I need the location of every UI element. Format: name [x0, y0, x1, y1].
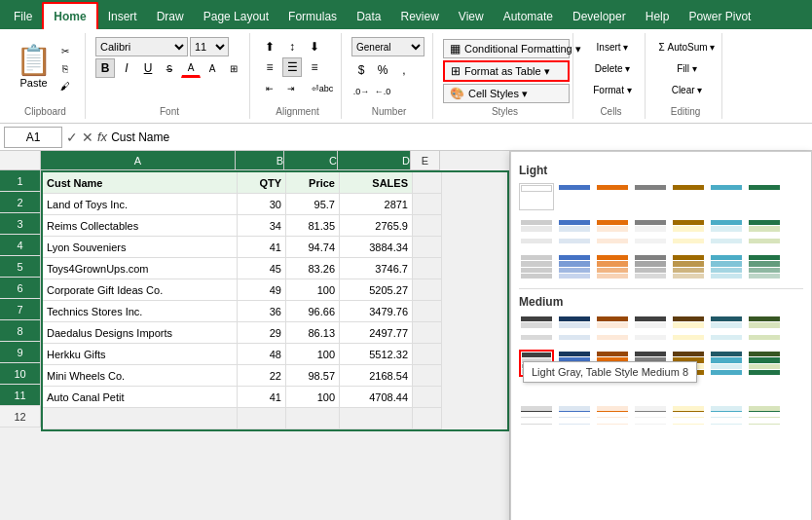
row-num-4[interactable]: 4 — [0, 235, 41, 256]
cell-d5[interactable]: 3746.7 — [340, 258, 413, 279]
cell-c7[interactable]: 96.66 — [286, 301, 340, 322]
format-cells-button[interactable]: Format ▾ — [583, 80, 642, 99]
fill-color-button[interactable]: A — [203, 58, 222, 78]
tab-review[interactable]: Review — [390, 4, 448, 29]
table-style-medium-15[interactable] — [519, 404, 554, 431]
tab-file[interactable]: File — [4, 4, 42, 29]
insert-cells-button[interactable]: Insert ▾ — [583, 37, 642, 56]
cell-c1[interactable]: Price — [286, 172, 340, 194]
font-size-select[interactable]: 11 — [190, 37, 229, 56]
table-style-medium-21[interactable] — [747, 404, 782, 431]
table-style-light-5[interactable] — [709, 183, 744, 210]
table-style-medium-5[interactable] — [671, 315, 706, 342]
cell-e3[interactable] — [413, 215, 442, 237]
align-right-button[interactable]: ≡ — [305, 57, 324, 77]
cell-b11[interactable]: 41 — [238, 387, 286, 408]
table-style-none[interactable] — [519, 183, 554, 210]
table-style-light-8[interactable] — [557, 218, 592, 245]
table-style-medium-18[interactable] — [633, 404, 668, 431]
format-painter-button[interactable]: 🖌 — [55, 78, 75, 93]
tab-page-layout[interactable]: Page Layout — [194, 4, 278, 29]
formula-input[interactable] — [111, 130, 808, 144]
cell-b7[interactable]: 36 — [238, 301, 286, 322]
cell-a12[interactable] — [43, 408, 238, 429]
cell-c5[interactable]: 83.26 — [286, 258, 340, 279]
borders-button[interactable]: ⊞ — [224, 58, 243, 78]
cell-b10[interactable]: 22 — [238, 365, 286, 387]
conditional-formatting-button[interactable]: ▦ Conditional Formatting ▾ — [443, 39, 570, 58]
row-num-5[interactable]: 5 — [0, 256, 41, 278]
tab-formulas[interactable]: Formulas — [278, 4, 347, 29]
table-style-light-7[interactable] — [519, 218, 554, 245]
cell-c12[interactable] — [286, 408, 340, 429]
cell-e5[interactable] — [413, 258, 442, 279]
cell-b8[interactable]: 29 — [238, 322, 286, 344]
comma-button[interactable]: , — [394, 60, 414, 80]
cell-b9[interactable]: 48 — [238, 344, 286, 365]
tab-automate[interactable]: Automate — [494, 4, 563, 29]
table-style-medium-3[interactable] — [595, 315, 630, 342]
cell-c11[interactable]: 100 — [286, 387, 340, 408]
align-left-button[interactable]: ≡ — [260, 57, 279, 77]
fill-button[interactable]: Fill ▾ — [655, 58, 719, 78]
copy-button[interactable]: ⎘ — [55, 60, 75, 76]
table-style-medium-19[interactable] — [671, 404, 706, 431]
cell-c8[interactable]: 86.13 — [286, 322, 340, 344]
cell-b12[interactable] — [238, 408, 286, 429]
cell-d11[interactable]: 4708.44 — [340, 387, 413, 408]
cell-d6[interactable]: 5205.27 — [340, 279, 413, 301]
row-num-3[interactable]: 3 — [0, 213, 41, 235]
cell-a7[interactable]: Technics Stores Inc. — [43, 301, 238, 322]
cell-e9[interactable] — [413, 344, 442, 365]
cell-c10[interactable]: 98.57 — [286, 365, 340, 387]
row-num-10[interactable]: 10 — [0, 363, 41, 385]
strikethrough-button[interactable]: S̶ — [160, 58, 179, 78]
cell-d1[interactable]: SALES — [340, 172, 413, 194]
table-style-light-9[interactable] — [595, 218, 630, 245]
cell-b3[interactable]: 34 — [238, 215, 286, 237]
wrap-text-button[interactable]: ⏎abc — [303, 79, 342, 98]
table-style-light-11[interactable] — [671, 218, 706, 245]
cell-d7[interactable]: 3479.76 — [340, 301, 413, 322]
table-style-medium-14[interactable] — [747, 350, 782, 377]
cell-d9[interactable]: 5512.32 — [340, 344, 413, 365]
tab-power-pivot[interactable]: Power Pivot — [679, 4, 760, 29]
table-style-medium-4[interactable] — [633, 315, 668, 342]
table-style-medium-6[interactable] — [709, 315, 744, 342]
row-num-11[interactable]: 11 — [0, 385, 41, 406]
italic-button[interactable]: I — [117, 58, 136, 78]
cell-e2[interactable] — [413, 194, 442, 215]
table-style-light-3[interactable] — [633, 183, 668, 210]
cell-c4[interactable]: 94.74 — [286, 237, 340, 258]
table-style-medium-1[interactable] — [519, 315, 554, 342]
cell-d2[interactable]: 2871 — [340, 194, 413, 215]
cell-c2[interactable]: 95.7 — [286, 194, 340, 215]
cell-e12[interactable] — [413, 408, 442, 429]
table-style-light-14[interactable] — [519, 253, 554, 280]
table-style-light-10[interactable] — [633, 218, 668, 245]
table-style-light-17[interactable] — [633, 253, 668, 280]
format-as-table-button[interactable]: ⊞ Format as Table ▾ — [443, 60, 570, 82]
table-style-light-15[interactable] — [557, 253, 592, 280]
delete-cells-button[interactable]: Delete ▾ — [583, 58, 642, 78]
table-style-light-1[interactable] — [557, 183, 592, 210]
bold-button[interactable]: B — [95, 58, 115, 78]
cell-name-box[interactable] — [4, 127, 62, 148]
col-header-d[interactable]: D — [338, 151, 411, 170]
tab-data[interactable]: Data — [347, 4, 390, 29]
increase-decimal-button[interactable]: .0→ — [351, 82, 371, 101]
table-style-light-2[interactable] — [595, 183, 630, 210]
cell-a4[interactable]: Lyon Souveniers — [43, 237, 238, 258]
cell-a5[interactable]: Toys4GrownUps.com — [43, 258, 238, 279]
cell-e10[interactable] — [413, 365, 442, 387]
tab-view[interactable]: View — [449, 4, 494, 29]
align-bottom-button[interactable]: ⬇ — [305, 37, 324, 56]
row-num-12[interactable]: 12 — [0, 406, 41, 427]
tab-home[interactable]: Home — [42, 2, 97, 29]
col-header-b[interactable]: B — [236, 151, 284, 170]
paste-button[interactable]: 📋 Paste — [12, 39, 55, 97]
table-style-medium-13[interactable] — [709, 350, 744, 377]
cell-a3[interactable]: Reims Collectables — [43, 215, 238, 237]
cell-d8[interactable]: 2497.77 — [340, 322, 413, 344]
underline-button[interactable]: U — [138, 58, 158, 78]
